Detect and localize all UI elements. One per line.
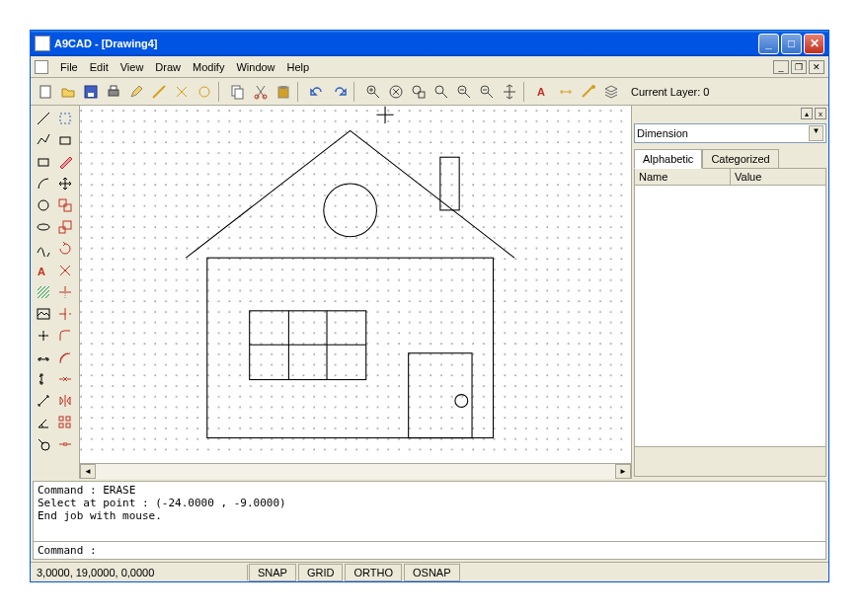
tool-button-1[interactable]	[171, 81, 193, 103]
redo-button[interactable]	[329, 81, 351, 103]
paste-button[interactable]	[273, 81, 294, 103]
zoom-extent-button[interactable]	[385, 81, 407, 103]
copy-tool[interactable]	[54, 194, 75, 215]
extend-tool[interactable]	[54, 303, 75, 324]
main-window: A9CAD - [Drawing4] _ □ ✕ File Edit View …	[30, 30, 829, 582]
image-tool[interactable]	[33, 303, 53, 324]
close-button[interactable]: ✕	[804, 34, 824, 54]
zoom-in-button[interactable]	[362, 81, 384, 103]
svg-point-9	[263, 95, 267, 99]
hatch-tool[interactable]	[33, 281, 53, 302]
polyline-tool[interactable]	[33, 129, 53, 150]
object-type-combo[interactable]: Dimension ▼	[634, 123, 826, 143]
erase-tool[interactable]	[54, 151, 75, 172]
tab-categorized[interactable]: Categorized	[702, 149, 778, 169]
dropdown-icon[interactable]: ▼	[809, 125, 823, 141]
select-tool[interactable]	[54, 108, 75, 128]
scroll-left-button[interactable]: ◄	[80, 464, 96, 479]
dimang-tool[interactable]	[33, 412, 53, 432]
array-tool[interactable]	[54, 412, 75, 432]
svg-rect-23	[39, 159, 48, 166]
copy-button[interactable]	[227, 81, 249, 103]
ellipse-tool[interactable]	[33, 216, 53, 237]
dima-tool[interactable]	[33, 390, 53, 411]
layers-button[interactable]	[600, 81, 622, 103]
command-input[interactable]: Command :	[34, 541, 825, 559]
scroll-right-button[interactable]: ►	[615, 464, 631, 479]
line-style-button[interactable]	[578, 81, 599, 103]
minimize-button[interactable]: _	[758, 34, 779, 54]
menu-view[interactable]: View	[115, 59, 150, 75]
scroll-track[interactable]	[96, 464, 615, 479]
svg-rect-39	[80, 110, 631, 459]
trim-tool[interactable]	[54, 281, 75, 302]
drawing-canvas[interactable]	[80, 106, 631, 463]
mdi-minimize-button[interactable]: _	[773, 60, 789, 74]
new-button[interactable]	[35, 81, 56, 103]
mdi-close-button[interactable]: ✕	[809, 60, 824, 74]
grid-toggle[interactable]: GRID	[298, 564, 344, 581]
line-tool[interactable]	[33, 108, 53, 128]
undo-button[interactable]	[306, 81, 328, 103]
svg-rect-2	[88, 93, 94, 97]
break-tool[interactable]	[54, 368, 75, 389]
open-button[interactable]	[57, 81, 79, 103]
dimh-tool[interactable]	[33, 346, 53, 367]
menu-file[interactable]: File	[54, 59, 84, 75]
col-value[interactable]: Value	[731, 169, 825, 185]
panel-close-button[interactable]: x	[815, 108, 826, 119]
offset-tool[interactable]	[54, 346, 75, 367]
titlebar[interactable]: A9CAD - [Drawing4] _ □ ✕	[31, 31, 828, 56]
save-button[interactable]	[80, 81, 102, 103]
explode-tool[interactable]	[54, 260, 75, 280]
menu-draw[interactable]: Draw	[149, 59, 187, 75]
menu-window[interactable]: Window	[230, 59, 280, 75]
osnap-toggle[interactable]: OSNAP	[404, 564, 460, 581]
zoom-window-button[interactable]	[408, 81, 430, 103]
cut-button[interactable]	[250, 81, 272, 103]
circle-tool[interactable]	[33, 194, 53, 215]
tool-button-2[interactable]	[194, 81, 215, 103]
dim-style-button[interactable]	[555, 81, 577, 103]
command-output[interactable]: Command : ERASE Select at point : (-24.0…	[34, 482, 825, 541]
text-style-button[interactable]: A	[532, 81, 554, 103]
draw-toolbar: A	[31, 106, 80, 479]
zoom-all-button[interactable]	[430, 81, 452, 103]
move-tool[interactable]	[54, 173, 75, 193]
zoom-out-button[interactable]	[476, 81, 498, 103]
tab-alphabetic[interactable]: Alphabetic	[634, 149, 702, 169]
snap-toggle[interactable]: SNAP	[249, 564, 296, 581]
menu-help[interactable]: Help	[281, 59, 316, 75]
fillet-tool[interactable]	[54, 325, 75, 346]
svg-rect-21	[60, 114, 70, 123]
arc-tool[interactable]	[33, 173, 53, 193]
point-tool[interactable]	[33, 325, 53, 346]
text-tool[interactable]: A	[33, 260, 53, 280]
mirror-tool[interactable]	[54, 390, 75, 411]
mdi-restore-button[interactable]: ❐	[791, 60, 807, 74]
command-area: Command : ERASE Select at point : (-24.0…	[33, 481, 826, 560]
rect-tool[interactable]	[54, 129, 75, 150]
dimv-tool[interactable]	[33, 368, 53, 389]
rect2-tool[interactable]	[33, 151, 53, 172]
scale-tool[interactable]	[54, 216, 75, 237]
col-name[interactable]: Name	[635, 169, 731, 185]
maximize-button[interactable]: □	[781, 34, 802, 54]
spline-tool[interactable]	[33, 238, 53, 259]
dimrad-tool[interactable]	[33, 433, 53, 454]
property-grid[interactable]: Name Value	[634, 168, 826, 477]
svg-rect-26	[64, 204, 71, 211]
join-tool[interactable]	[54, 433, 75, 454]
print-button[interactable]	[103, 81, 124, 103]
current-layer-label: Current Layer: 0	[627, 84, 713, 100]
pencil-button[interactable]	[125, 81, 147, 103]
rotate-tool[interactable]	[54, 238, 75, 259]
h-scrollbar[interactable]: ◄ ►	[80, 463, 631, 479]
pan-button[interactable]	[499, 81, 520, 103]
menu-edit[interactable]: Edit	[84, 59, 115, 75]
menu-modify[interactable]: Modify	[187, 59, 230, 75]
measure-button[interactable]	[148, 81, 170, 103]
panel-pin-button[interactable]: ▴	[801, 108, 813, 119]
ortho-toggle[interactable]: ORTHO	[345, 564, 402, 581]
zoom-prev-button[interactable]	[453, 81, 475, 103]
